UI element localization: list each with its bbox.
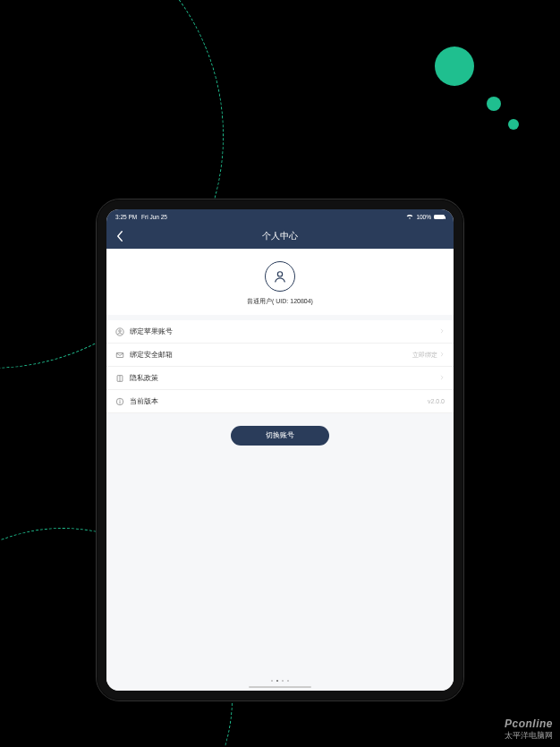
status-bar: 3:25 PM Fri Jun 25 100% (106, 209, 454, 224)
decor-dot (487, 97, 501, 111)
status-date: Fri Jun 25 (141, 214, 167, 220)
button-label: 切换账号 (266, 431, 294, 440)
row-tail (439, 328, 445, 335)
doc-icon (115, 374, 124, 383)
battery-pct: 100% (416, 214, 431, 220)
row-label: 隐私政策 (130, 374, 439, 383)
tail-text: 立即绑定 (412, 351, 437, 360)
screen: 3:25 PM Fri Jun 25 100% 个人中心 (106, 209, 454, 691)
tablet-frame: 3:25 PM Fri Jun 25 100% 个人中心 (97, 199, 463, 700)
settings-list: 绑定苹果账号绑定安全邮箱立即绑定隐私政策当前版本v2.0.0 (106, 320, 454, 413)
nav-bar: 个人中心 (106, 224, 454, 249)
list-item: 当前版本v2.0.0 (106, 390, 454, 413)
user-type: 普通用户 (247, 298, 272, 304)
nav-title: 个人中心 (106, 230, 454, 242)
list-item[interactable]: 绑定苹果账号 (106, 320, 454, 344)
wifi-icon (406, 214, 413, 220)
back-button[interactable] (112, 228, 128, 244)
page-indicator (271, 680, 289, 682)
list-item[interactable]: 隐私政策 (106, 367, 454, 390)
chevron-right-icon (439, 375, 445, 381)
avatar (265, 261, 295, 292)
home-indicator (249, 686, 311, 688)
watermark-en: Pconline (505, 717, 553, 730)
row-tail (439, 375, 445, 381)
row-label: 当前版本 (130, 397, 428, 406)
user-line: 普通用户( UID: 120804) (106, 297, 454, 306)
switch-account-button[interactable]: 切换账号 (231, 426, 329, 446)
profile-section: 普通用户( UID: 120804) (106, 249, 454, 315)
mail-icon (115, 351, 124, 360)
content: 普通用户( UID: 120804) 绑定苹果账号绑定安全邮箱立即绑定隐私政策当… (106, 249, 454, 691)
row-label: 绑定安全邮箱 (130, 351, 412, 360)
decor-dot (435, 47, 474, 86)
watermark: Pconline 太平洋电脑网 (505, 717, 553, 742)
user-circle-icon (115, 327, 124, 336)
svg-rect-3 (116, 352, 123, 357)
chevron-right-icon (439, 328, 445, 335)
svg-point-0 (277, 272, 282, 276)
list-item[interactable]: 绑定安全邮箱立即绑定 (106, 344, 454, 367)
row-tail: v2.0.0 (428, 398, 445, 404)
row-tail: 立即绑定 (412, 351, 445, 360)
row-label: 绑定苹果账号 (130, 327, 439, 336)
status-time: 3:25 PM (115, 214, 137, 220)
svg-point-2 (119, 329, 122, 332)
watermark-cn: 太平洋电脑网 (505, 730, 553, 742)
user-uid: ( UID: 120804) (272, 298, 313, 304)
info-icon (115, 397, 124, 406)
decor-dot (508, 119, 519, 130)
battery-icon (434, 215, 445, 219)
tail-text: v2.0.0 (428, 398, 445, 404)
chevron-right-icon (439, 352, 445, 358)
